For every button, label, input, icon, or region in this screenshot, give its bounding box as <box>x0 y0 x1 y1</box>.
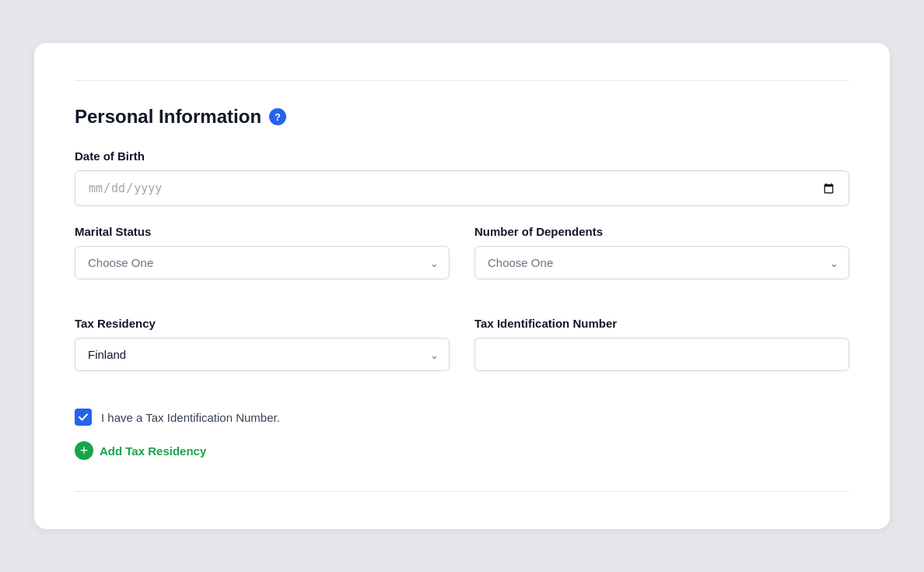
marital-status-group: Marital Status Choose One Single Married… <box>75 225 450 279</box>
tax-identification-number-group: Tax Identification Number <box>474 317 849 371</box>
tax-identification-number-input[interactable] <box>474 338 849 371</box>
help-icon[interactable]: ? <box>269 108 286 125</box>
marital-status-select[interactable]: Choose One Single Married Divorced Widow… <box>75 246 450 279</box>
date-of-birth-input[interactable] <box>75 170 849 206</box>
marital-dependents-row: Marital Status Choose One Single Married… <box>75 225 849 298</box>
bottom-divider <box>75 491 849 492</box>
tax-row: Tax Residency Finland Sweden Norway Denm… <box>75 317 849 390</box>
number-of-dependents-select-wrapper: Choose One 0 1 2 3 4 5+ ⌄ <box>474 246 849 279</box>
number-of-dependents-select[interactable]: Choose One 0 1 2 3 4 5+ <box>474 246 849 279</box>
tax-residency-group: Tax Residency Finland Sweden Norway Denm… <box>75 317 450 371</box>
date-of-birth-label: Date of Birth <box>75 149 849 163</box>
top-divider <box>75 80 849 81</box>
tax-residency-select-wrapper: Finland Sweden Norway Denmark Estonia ⌄ <box>75 338 450 371</box>
marital-status-select-wrapper: Choose One Single Married Divorced Widow… <box>75 246 450 279</box>
section-title-row: Personal Information ? <box>75 106 849 128</box>
date-of-birth-group: Date of Birth <box>75 149 849 206</box>
checkmark-icon <box>78 412 89 423</box>
tax-residency-label: Tax Residency <box>75 317 450 330</box>
number-of-dependents-group: Number of Dependents Choose One 0 1 2 3 … <box>474 225 849 279</box>
add-tax-residency-button[interactable]: + Add Tax Residency <box>75 441 206 460</box>
marital-status-label: Marital Status <box>75 225 450 238</box>
tax-residency-select[interactable]: Finland Sweden Norway Denmark Estonia <box>75 338 450 371</box>
tax-id-checkbox-label: I have a Tax Identification Number. <box>101 411 280 424</box>
add-tax-residency-label: Add Tax Residency <box>100 444 206 458</box>
number-of-dependents-label: Number of Dependents <box>474 225 849 238</box>
tax-id-checkbox-row: I have a Tax Identification Number. <box>75 409 849 426</box>
add-tax-residency-icon: + <box>75 441 93 460</box>
page-title: Personal Information <box>75 106 261 128</box>
tax-identification-number-label: Tax Identification Number <box>474 317 849 330</box>
tax-id-checkbox[interactable] <box>75 409 92 426</box>
personal-information-card: Personal Information ? Date of Birth Mar… <box>34 43 890 529</box>
